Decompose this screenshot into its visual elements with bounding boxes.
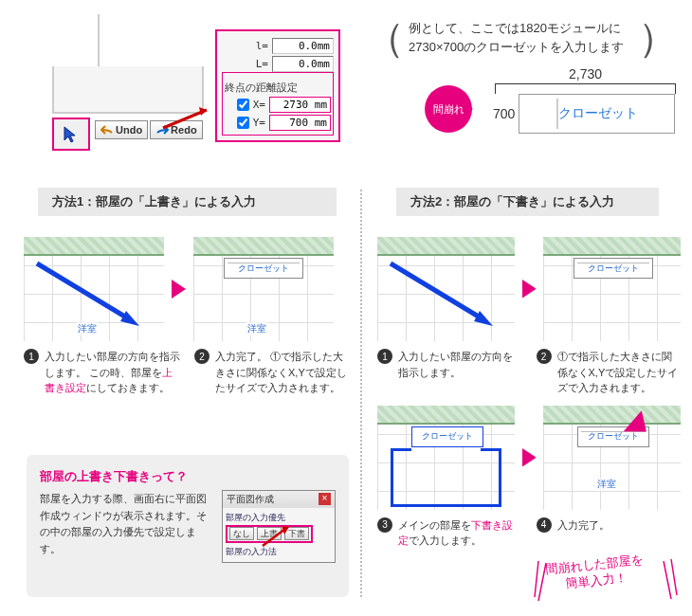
triangle-right-icon [522, 448, 537, 467]
step-num: 1 [24, 349, 39, 364]
drag-arrow-icon [387, 260, 501, 331]
paren-left-icon: （ [365, 23, 405, 53]
method2-header: 方法2：部屋の「下書き」による入力 [396, 188, 659, 216]
info-title: 部屋の上書き下書きって？ [40, 468, 212, 485]
svg-marker-4 [172, 280, 186, 299]
arrow-to-dialog-icon [161, 104, 218, 133]
undo-icon [100, 125, 114, 135]
svg-line-14 [664, 561, 671, 599]
triangle-right-icon [522, 280, 537, 299]
dim-width: 2,730 [493, 66, 678, 82]
m2-step2: ①で指示した大きさに関係なくX,Yで設定したサイズで入力されます。 [557, 349, 682, 396]
emphasis-rays-icon [660, 557, 679, 605]
final-callout: 間崩れした部屋を 簡単入力！ [545, 553, 646, 594]
triangle-down-right-icon [614, 396, 652, 453]
step-num: 4 [537, 517, 552, 533]
info-box: 部屋の上書き下書きって？ 部屋を入力する際、画面右に平面図作成ウィンドウが表示さ… [27, 455, 349, 597]
m1-cell-2: クローゼット 洋室 [193, 237, 334, 341]
closet-diagram: クローゼット [519, 94, 675, 134]
step-num: 2 [194, 349, 209, 364]
m2-step1: 入力したい部屋の方向を指示します。 [398, 349, 522, 396]
paren-right-icon: ） [638, 23, 678, 53]
method1-header: 方法1：部屋の「上書き」による入力 [38, 188, 337, 216]
step-num: 1 [377, 349, 392, 364]
toolbar-select-button[interactable] [52, 118, 90, 151]
m2-cell-3: クローゼット [377, 406, 515, 510]
example-text: 例として、ここでは1820モジュールに2730×700のクローゼットを入力します [405, 19, 638, 56]
l-input[interactable] [272, 56, 334, 72]
svg-line-0 [163, 110, 207, 128]
drag-arrow-icon [33, 260, 147, 331]
m2-cell-1 [377, 237, 515, 341]
y-input[interactable] [269, 115, 331, 131]
svg-line-5 [391, 263, 482, 318]
m2-step4: 入力完了。 [557, 517, 682, 549]
arrow-to-buttons-icon [261, 525, 294, 549]
svg-marker-8 [522, 448, 537, 467]
info-text: 部屋を入力する際、画面右に平面図作成ウィンドウが表示されます。その中の部屋の入力… [40, 491, 212, 557]
mini-dialog: 平面図作成× 部屋の入力優先 なし 上書 下書 部屋の入力法 [222, 490, 336, 563]
priority-none-button[interactable]: なし [229, 527, 254, 540]
triangle-right-icon [172, 280, 186, 299]
l0-input[interactable] [272, 38, 334, 54]
x-check[interactable] [237, 99, 249, 111]
magakure-badge: 間崩れ [425, 85, 472, 133]
step-num: 2 [537, 349, 552, 364]
m1-step2: 入力完了。 ①で指示した大きさに関係なくX,Yで設定したサイズで入力されます。 [215, 349, 351, 396]
dim-height: 700 [493, 106, 515, 121]
step-num: 3 [377, 517, 392, 533]
undo-button[interactable]: Undo [95, 120, 148, 139]
y-check[interactable] [237, 117, 249, 129]
m1-cell-1: 洋室 [24, 237, 164, 341]
svg-marker-7 [522, 280, 537, 299]
m2-cell-2: クローゼット [543, 237, 681, 341]
svg-line-15 [671, 559, 677, 595]
undo-label: Undo [116, 124, 142, 136]
close-icon[interactable]: × [319, 493, 331, 505]
m1-step1: 入力したい部屋の方向を指示します。 この時、部屋を上書き設定にしておきます。 [45, 349, 180, 396]
svg-marker-9 [624, 408, 652, 441]
svg-line-2 [37, 263, 128, 318]
m2-step3: メインの部屋を下書き設定で入力します。 [398, 517, 522, 549]
m2-cell-4: クローゼット 洋室 [543, 406, 681, 510]
svg-line-13 [535, 561, 538, 597]
svg-line-10 [263, 529, 285, 546]
x-input[interactable] [269, 97, 331, 113]
distance-dialog: l= L= 終点の距離設定 X= Y= [215, 29, 340, 142]
dialog-title: 終点の距離設定 [225, 81, 331, 95]
cursor-arrow-icon [62, 125, 81, 144]
